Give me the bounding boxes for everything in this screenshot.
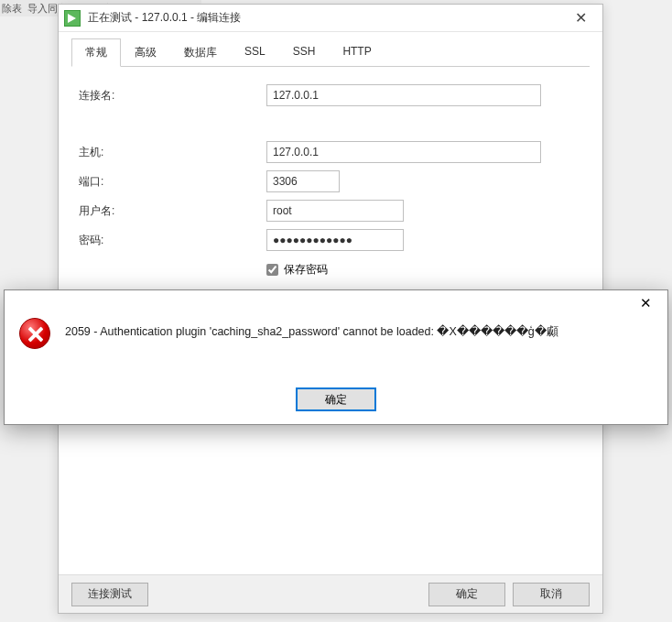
label-pass: 密码: (79, 233, 266, 248)
close-icon[interactable]: ✕ (564, 7, 597, 29)
error-body: 2059 - Authentication plugin 'caching_sh… (5, 316, 667, 349)
tab-ssl[interactable]: SSL (231, 38, 279, 67)
tab-database[interactable]: 数据库 (170, 38, 231, 67)
error-titlebar: ✕ (5, 290, 667, 316)
titlebar: 正在测试 - 127.0.0.1 - 编辑连接 ✕ (59, 5, 602, 32)
port-input[interactable] (266, 170, 340, 192)
form-general: 连接名: 主机: 端口: 用户名: 密码: (71, 67, 590, 300)
tab-ssh[interactable]: SSH (279, 38, 330, 67)
error-message: 2059 - Authentication plugin 'caching_sh… (65, 316, 558, 341)
label-port: 端口: (79, 174, 266, 190)
tab-strip: 常规 高级 数据库 SSL SSH HTTP (71, 38, 590, 67)
conn-name-input[interactable] (266, 84, 541, 106)
tab-http[interactable]: HTTP (329, 38, 385, 67)
save-password-check-icon[interactable] (266, 264, 278, 276)
password-input[interactable] (266, 229, 404, 251)
save-password-checkbox[interactable]: 保存密码 (266, 262, 328, 278)
user-input[interactable] (266, 200, 404, 222)
dialog-footer: 连接测试 确定 取消 (59, 574, 602, 613)
error-icon (19, 318, 50, 349)
error-footer: 确定 (5, 387, 667, 411)
test-connection-button[interactable]: 连接测试 (71, 583, 148, 606)
error-ok-button[interactable]: 确定 (296, 387, 376, 411)
window-title: 正在测试 - 127.0.0.1 - 编辑连接 (88, 10, 564, 26)
host-input[interactable] (266, 141, 541, 163)
tab-general[interactable]: 常规 (71, 38, 121, 67)
close-icon[interactable]: ✕ (627, 292, 664, 314)
label-user: 用户名: (79, 203, 266, 219)
label-conn-name: 连接名: (79, 88, 266, 104)
save-password-label: 保存密码 (284, 262, 328, 278)
ok-button[interactable]: 确定 (428, 583, 505, 606)
cancel-button[interactable]: 取消 (513, 583, 590, 606)
app-icon (64, 10, 81, 27)
error-dialog: ✕ 2059 - Authentication plugin 'caching_… (4, 289, 668, 425)
tab-advanced[interactable]: 高级 (121, 38, 170, 67)
label-host: 主机: (79, 145, 266, 160)
bg-item: 除表 (2, 2, 22, 16)
